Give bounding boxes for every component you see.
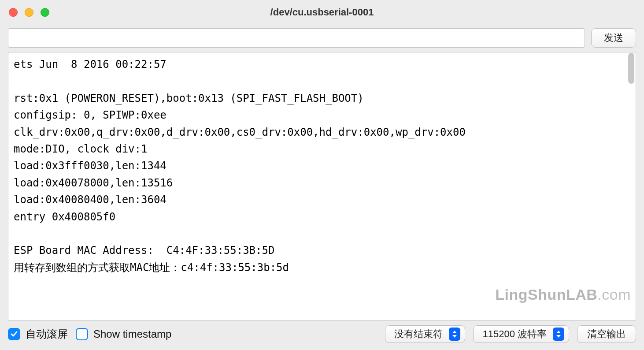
timestamp-checkbox-group[interactable]: Show timestamp [76, 328, 171, 340]
line-ending-selected-value: 没有结束符 [394, 328, 443, 341]
timestamp-label: Show timestamp [93, 328, 171, 340]
baud-rate-selected-value: 115200 波特率 [482, 328, 547, 341]
close-window-button[interactable] [9, 8, 18, 17]
timestamp-checkbox[interactable] [76, 328, 88, 340]
minimize-window-button[interactable] [25, 8, 33, 17]
select-stepper-icon [553, 328, 564, 341]
console-container: ets Jun 8 2016 00:22:57 rst:0x1 (POWERON… [0, 52, 644, 324]
select-stepper-icon [449, 328, 460, 341]
traffic-lights [9, 8, 49, 17]
serial-input[interactable] [8, 28, 585, 48]
serial-console-output[interactable]: ets Jun 8 2016 00:22:57 rst:0x1 (POWERON… [8, 52, 636, 321]
baud-rate-select[interactable]: 115200 波特率 [473, 325, 569, 343]
send-toolbar: 发送 [0, 25, 644, 52]
footer-bar: 自动滚屏 Show timestamp 没有结束符 115200 波特率 清空输… [0, 324, 644, 350]
serial-monitor-window: /dev/cu.usbserial-0001 发送 ets Jun 8 2016… [0, 0, 644, 350]
line-ending-select[interactable]: 没有结束符 [385, 325, 465, 343]
titlebar: /dev/cu.usbserial-0001 [0, 0, 644, 25]
autoscroll-label: 自动滚屏 [26, 327, 68, 341]
window-title: /dev/cu.usbserial-0001 [0, 7, 644, 18]
autoscroll-checkbox[interactable] [8, 328, 20, 340]
clear-output-button[interactable]: 清空输出 [577, 325, 636, 343]
scrollbar-thumb[interactable] [628, 53, 634, 84]
autoscroll-checkbox-group[interactable]: 自动滚屏 [8, 327, 68, 341]
maximize-window-button[interactable] [41, 8, 49, 17]
send-button[interactable]: 发送 [591, 28, 636, 48]
checkmark-icon [10, 330, 18, 338]
